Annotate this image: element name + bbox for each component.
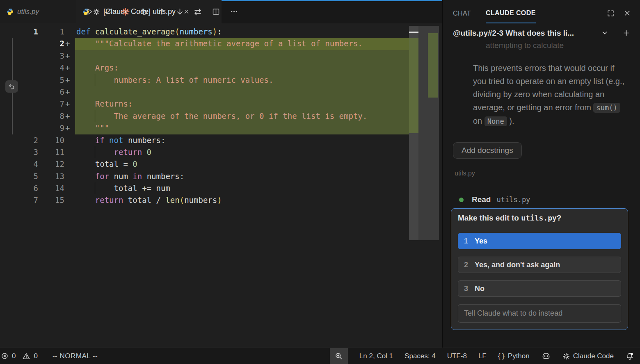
code-line[interactable]: 3+ bbox=[0, 50, 409, 62]
old-line-number bbox=[0, 50, 38, 62]
warning-icon bbox=[22, 352, 30, 360]
indent-guide bbox=[95, 74, 95, 86]
tab-utils-py[interactable]: utils.py bbox=[0, 0, 76, 23]
tab-chat[interactable]: CHAT bbox=[453, 3, 471, 23]
code-line[interactable]: 11def calculate_average(numbers): bbox=[0, 26, 409, 38]
problems-indicator[interactable]: 0 0 bbox=[1, 352, 38, 360]
overview-ruler-cursor-mark bbox=[409, 32, 418, 33]
code-line[interactable]: 412 total = 0 bbox=[0, 158, 409, 170]
tool-use-read-row[interactable]: Read utils.py bbox=[459, 195, 530, 204]
arrow-up-button[interactable] bbox=[157, 7, 166, 16]
code-text: if not numbers: bbox=[75, 134, 409, 146]
code-text: total = 0 bbox=[75, 158, 409, 170]
new-line-number: 2 bbox=[38, 38, 64, 50]
indent-guide bbox=[95, 110, 95, 122]
dialog-option-1[interactable]: 1Yes bbox=[458, 233, 621, 249]
code-text: return total / len(numbers) bbox=[75, 194, 409, 206]
dialog-option-3[interactable]: 3No bbox=[458, 280, 621, 297]
new-line-number: 7 bbox=[38, 98, 64, 110]
old-line-number: 2 bbox=[0, 134, 38, 146]
chevron-down-icon[interactable] bbox=[601, 29, 608, 37]
old-line-number bbox=[0, 86, 38, 98]
fullscreen-icon[interactable] bbox=[607, 9, 615, 17]
new-line-number: 5 bbox=[38, 74, 64, 86]
new-line-number: 4 bbox=[38, 62, 64, 74]
code-text: Returns: bbox=[75, 98, 409, 110]
code-line[interactable]: 8+ The average of the numbers, or 0 if t… bbox=[0, 110, 409, 122]
code-editor[interactable]: 11def calculate_average(numbers):2+ """C… bbox=[0, 23, 442, 348]
code-token: 0 bbox=[133, 159, 137, 168]
notifications-bell-icon[interactable] bbox=[625, 352, 634, 361]
new-line-number: 6 bbox=[38, 86, 64, 98]
code-token: num bbox=[109, 172, 133, 181]
error-count: 0 bbox=[12, 352, 16, 360]
old-line-number bbox=[0, 110, 38, 122]
check-button[interactable] bbox=[103, 7, 112, 16]
old-line-number: 4 bbox=[0, 158, 38, 170]
code-line[interactable]: 210 if not numbers: bbox=[0, 134, 409, 146]
inline-code: sum() bbox=[593, 103, 620, 113]
code-line[interactable]: 715 return total / len(numbers) bbox=[0, 194, 409, 206]
code-line[interactable]: 4+ Args: bbox=[0, 62, 409, 74]
code-token bbox=[142, 148, 146, 157]
tell-claude-input[interactable] bbox=[458, 304, 621, 323]
diff-added-marker: + bbox=[64, 86, 75, 98]
claude-code-status[interactable]: Claude Code bbox=[562, 352, 614, 360]
new-conversation-icon[interactable] bbox=[622, 29, 630, 37]
old-line-number: 3 bbox=[0, 146, 38, 158]
indentation-setting[interactable]: Spaces: 4 bbox=[405, 352, 436, 360]
code-line[interactable]: 5+ numbers: A list of numeric values. bbox=[0, 74, 409, 86]
run-button[interactable] bbox=[85, 7, 94, 16]
old-line-number: 1 bbox=[0, 26, 38, 38]
code-text: numbers: A list of numeric values. bbox=[75, 74, 409, 86]
encoding-setting[interactable]: UTF-8 bbox=[447, 352, 467, 360]
arrow-down-button[interactable] bbox=[175, 7, 184, 16]
code-token: for bbox=[95, 172, 109, 181]
old-line-number bbox=[0, 122, 38, 134]
code-line[interactable]: 513 for num in numbers: bbox=[0, 171, 409, 182]
code-line[interactable]: 9+ """ bbox=[0, 122, 409, 134]
code-line[interactable]: 6+ bbox=[0, 86, 409, 98]
diff-added-marker bbox=[64, 26, 75, 38]
code-token: numbers: A list of numeric values. bbox=[76, 75, 273, 84]
code-token: ( bbox=[180, 196, 184, 205]
zoom-status-button[interactable] bbox=[330, 348, 348, 364]
code-token: """ bbox=[76, 123, 109, 132]
cursor-position[interactable]: Ln 2, Col 1 bbox=[359, 352, 393, 360]
split-editor-button[interactable] bbox=[211, 7, 220, 16]
conversation-selector[interactable]: @utils.py#2-3 What does this li... bbox=[443, 23, 640, 43]
vim-mode-indicator: -- NORMAL -- bbox=[53, 352, 98, 360]
swap-button[interactable] bbox=[193, 7, 202, 16]
add-docstrings-chip[interactable]: Add docstrings bbox=[453, 142, 522, 159]
code-token: in bbox=[133, 172, 142, 181]
status-bar: 0 0 -- NORMAL -- Ln 2, Col 1 Spaces: 4 U… bbox=[0, 348, 640, 364]
code-line[interactable]: 614 total += num bbox=[0, 182, 409, 194]
edit-confirmation-dialog: Make this edit to utils.py? 1Yes2Yes, an… bbox=[451, 208, 628, 330]
code-token: The average of the numbers, or 0 if the … bbox=[76, 111, 367, 121]
old-line-number: 6 bbox=[0, 182, 38, 194]
new-line-number: 3 bbox=[38, 50, 64, 62]
code-token: not bbox=[109, 136, 123, 145]
code-text: def calculate_average(numbers): bbox=[75, 26, 409, 38]
code-text: total += num bbox=[75, 182, 409, 194]
code-lines: 11def calculate_average(numbers):2+ """C… bbox=[0, 26, 409, 207]
code-line[interactable]: 2+ """Calculate the arithmetic average o… bbox=[0, 38, 409, 50]
code-line[interactable]: 7+ Returns: bbox=[0, 98, 409, 110]
eol-setting[interactable]: LF bbox=[478, 352, 487, 360]
claude-code-button[interactable] bbox=[121, 7, 130, 16]
code-line[interactable]: 311 return 0 bbox=[0, 146, 409, 158]
option-number: 3 bbox=[464, 284, 468, 293]
inline-code: None bbox=[485, 116, 507, 126]
tab-claude-code[interactable]: CLAUDE CODE bbox=[486, 3, 536, 23]
language-mode[interactable]: { } Python bbox=[498, 352, 530, 360]
copilot-status-icon[interactable] bbox=[541, 351, 551, 361]
code-text: The average of the numbers, or 0 if the … bbox=[75, 110, 409, 122]
option-number: 1 bbox=[464, 237, 468, 246]
undo-button[interactable] bbox=[139, 7, 148, 16]
code-text: """Calculate the arithmetic average of a… bbox=[75, 38, 409, 50]
dialog-option-2[interactable]: 2Yes, and don't ask again bbox=[458, 257, 621, 273]
close-panel-icon[interactable] bbox=[624, 9, 631, 17]
code-token: return bbox=[114, 148, 142, 157]
claude-star-icon bbox=[562, 353, 570, 360]
more-actions-button[interactable] bbox=[229, 7, 238, 16]
